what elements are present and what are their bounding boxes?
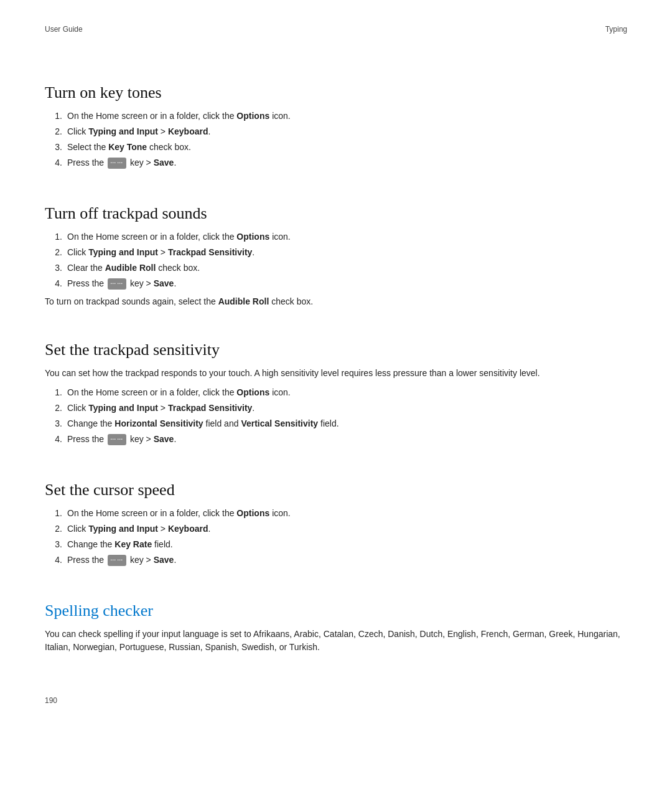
header-right: Typing xyxy=(605,25,627,34)
step-item: On the Home screen or in a folder, click… xyxy=(45,386,627,399)
page-number: 190 xyxy=(45,696,57,705)
step-item: Change the Key Rate field. xyxy=(45,538,627,551)
step-text: Change the Key Rate field. xyxy=(67,538,627,551)
step-text: Press the ⋯⋯ key > Save. xyxy=(67,156,627,169)
steps-list-set-trackpad-sensitivity: On the Home screen or in a folder, click… xyxy=(45,386,627,446)
step-item: Change the Horizontal Sensitivity field … xyxy=(45,417,627,430)
section-turn-on-key-tones: Turn on key tonesOn the Home screen or i… xyxy=(45,83,627,184)
section-title-set-trackpad-sensitivity: Set the trackpad sensitivity xyxy=(45,341,627,359)
step-text: Press the ⋯⋯ key > Save. xyxy=(67,277,627,290)
step-text: On the Home screen or in a folder, click… xyxy=(67,110,627,123)
page: User Guide Typing Turn on key tonesOn th… xyxy=(0,0,672,730)
section-title-turn-off-trackpad-sounds: Turn off trackpad sounds xyxy=(45,204,627,223)
step-item: On the Home screen or in a folder, click… xyxy=(45,230,627,243)
section-turn-off-trackpad-sounds: Turn off trackpad soundsOn the Home scre… xyxy=(45,204,627,321)
step-item: Clear the Audible Roll check box. xyxy=(45,262,627,275)
steps-list-set-cursor-speed: On the Home screen or in a folder, click… xyxy=(45,507,627,567)
section-intro-spelling-checker: You can check spelling if your input lan… xyxy=(45,628,627,654)
step-text: On the Home screen or in a folder, click… xyxy=(67,507,627,520)
section-title-turn-on-key-tones: Turn on key tones xyxy=(45,83,627,102)
steps-list-turn-on-key-tones: On the Home screen or in a folder, click… xyxy=(45,110,627,169)
step-item: Click Typing and Input > Trackpad Sensit… xyxy=(45,402,627,415)
step-item: Click Typing and Input > Keyboard. xyxy=(45,125,627,138)
step-item: Press the ⋯⋯ key > Save. xyxy=(45,554,627,567)
step-item: Click Typing and Input > Trackpad Sensit… xyxy=(45,246,627,259)
step-text: Clear the Audible Roll check box. xyxy=(67,262,627,275)
bb-key-icon: ⋯⋯ xyxy=(108,158,126,169)
section-spelling-checker: Spelling checkerYou can check spelling i… xyxy=(45,602,627,672)
bb-key-icon: ⋯⋯ xyxy=(108,555,126,566)
step-text: Click Typing and Input > Keyboard. xyxy=(67,125,627,138)
step-item: Press the ⋯⋯ key > Save. xyxy=(45,433,627,446)
step-text: Change the Horizontal Sensitivity field … xyxy=(67,417,627,430)
step-item: Press the ⋯⋯ key > Save. xyxy=(45,277,627,290)
step-item: Press the ⋯⋯ key > Save. xyxy=(45,156,627,169)
section-set-cursor-speed: Set the cursor speedOn the Home screen o… xyxy=(45,481,627,582)
bb-key-icon: ⋯⋯ xyxy=(108,434,126,445)
page-header: User Guide Typing xyxy=(45,25,627,34)
header-left: User Guide xyxy=(45,25,83,34)
step-text: Click Typing and Input > Trackpad Sensit… xyxy=(67,246,627,259)
step-text: Press the ⋯⋯ key > Save. xyxy=(67,554,627,567)
section-title-spelling-checker: Spelling checker xyxy=(45,602,627,620)
step-text: On the Home screen or in a folder, click… xyxy=(67,230,627,243)
step-item: On the Home screen or in a folder, click… xyxy=(45,507,627,520)
step-text: On the Home screen or in a folder, click… xyxy=(67,386,627,399)
sections-container: Turn on key tonesOn the Home screen or i… xyxy=(45,83,627,672)
section-title-set-cursor-speed: Set the cursor speed xyxy=(45,481,627,499)
step-text: Click Typing and Input > Keyboard. xyxy=(67,522,627,536)
section-set-trackpad-sensitivity: Set the trackpad sensitivityYou can set … xyxy=(45,341,627,461)
bb-key-icon: ⋯⋯ xyxy=(108,278,126,290)
step-item: On the Home screen or in a folder, click… xyxy=(45,110,627,123)
step-text: Select the Key Tone check box. xyxy=(67,141,627,154)
section-intro-set-trackpad-sensitivity: You can set how the trackpad responds to… xyxy=(45,367,627,380)
step-item: Select the Key Tone check box. xyxy=(45,141,627,154)
step-item: Click Typing and Input > Keyboard. xyxy=(45,522,627,536)
step-text: Click Typing and Input > Trackpad Sensit… xyxy=(67,402,627,415)
section-note-turn-off-trackpad-sounds: To turn on trackpad sounds again, select… xyxy=(45,295,627,308)
steps-list-turn-off-trackpad-sounds: On the Home screen or in a folder, click… xyxy=(45,230,627,290)
step-text: Press the ⋯⋯ key > Save. xyxy=(67,433,627,446)
